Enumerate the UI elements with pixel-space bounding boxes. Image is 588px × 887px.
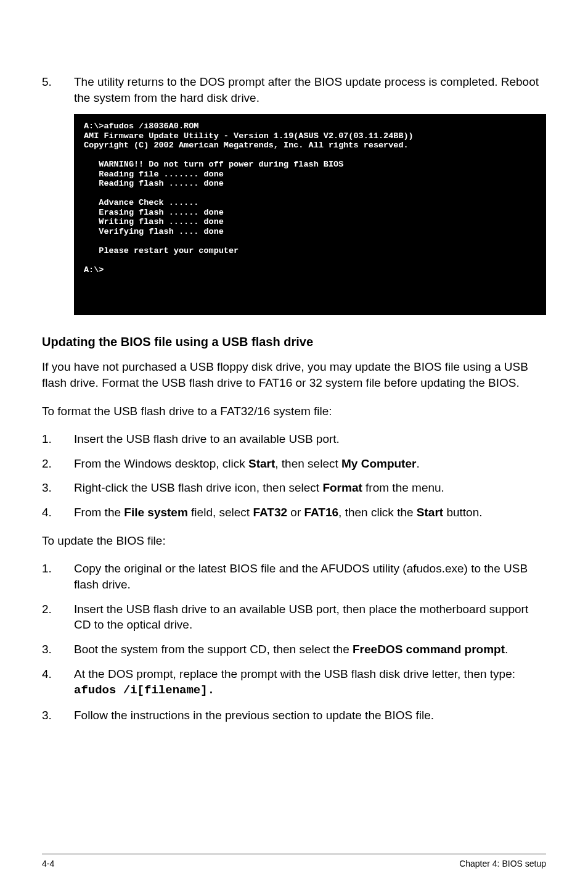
step-text: From the File system field, select FAT32… xyxy=(74,505,546,521)
step-5: 5. The utility returns to the DOS prompt… xyxy=(42,74,546,105)
step-number: 4. xyxy=(42,666,74,699)
format-step: 2. From the Windows desktop, click Start… xyxy=(42,456,546,472)
format-step: 4. From the File system field, select FA… xyxy=(42,505,546,521)
step-text: The utility returns to the DOS prompt af… xyxy=(74,74,546,105)
step-text: Insert the USB flash drive to an availab… xyxy=(74,601,546,633)
update-step: 2. Insert the USB flash drive to an avai… xyxy=(42,601,546,633)
format-lead: To format the USB flash drive to a FAT32… xyxy=(42,403,546,419)
page: 5. The utility returns to the DOS prompt… xyxy=(0,0,588,887)
update-lead: To update the BIOS file: xyxy=(42,533,546,549)
step-number: 3. xyxy=(42,708,74,724)
terminal-output: A:\>afudos /i8036A0.ROM AMI Firmware Upd… xyxy=(74,114,546,315)
command-text: afudos /i[filename]. xyxy=(74,683,214,697)
step-text: Boot the system from the support CD, the… xyxy=(74,642,546,658)
update-step: 3. Follow the instructions in the previo… xyxy=(42,708,546,724)
step-number: 5. xyxy=(42,74,74,105)
update-step: 1. Copy the original or the latest BIOS … xyxy=(42,561,546,592)
step-number: 4. xyxy=(42,505,74,521)
section-heading: Updating the BIOS file using a USB flash… xyxy=(42,334,546,350)
page-number: 4-4 xyxy=(42,858,54,870)
step-text: At the DOS prompt, replace the prompt wi… xyxy=(74,666,546,699)
step-number: 3. xyxy=(42,642,74,658)
step-text: Follow the instructions in the previous … xyxy=(74,708,546,724)
step-number: 3. xyxy=(42,480,74,496)
update-step: 4. At the DOS prompt, replace the prompt… xyxy=(42,666,546,699)
page-footer: 4-4 Chapter 4: BIOS setup xyxy=(42,854,546,870)
step-number: 2. xyxy=(42,456,74,472)
step-text: Right-click the USB flash drive icon, th… xyxy=(74,480,546,496)
step-text: Insert the USB flash drive to an availab… xyxy=(74,431,546,447)
step-number: 1. xyxy=(42,561,74,592)
format-step: 1. Insert the USB flash drive to an avai… xyxy=(42,431,546,447)
step-number: 2. xyxy=(42,601,74,633)
chapter-label: Chapter 4: BIOS setup xyxy=(459,858,546,870)
step-text: From the Windows desktop, click Start, t… xyxy=(74,456,546,472)
update-step: 3. Boot the system from the support CD, … xyxy=(42,642,546,658)
step-text: Copy the original or the latest BIOS fil… xyxy=(74,561,546,592)
format-step: 3. Right-click the USB flash drive icon,… xyxy=(42,480,546,496)
intro-paragraph: If you have not purchased a USB floppy d… xyxy=(42,359,546,390)
step-number: 1. xyxy=(42,431,74,447)
